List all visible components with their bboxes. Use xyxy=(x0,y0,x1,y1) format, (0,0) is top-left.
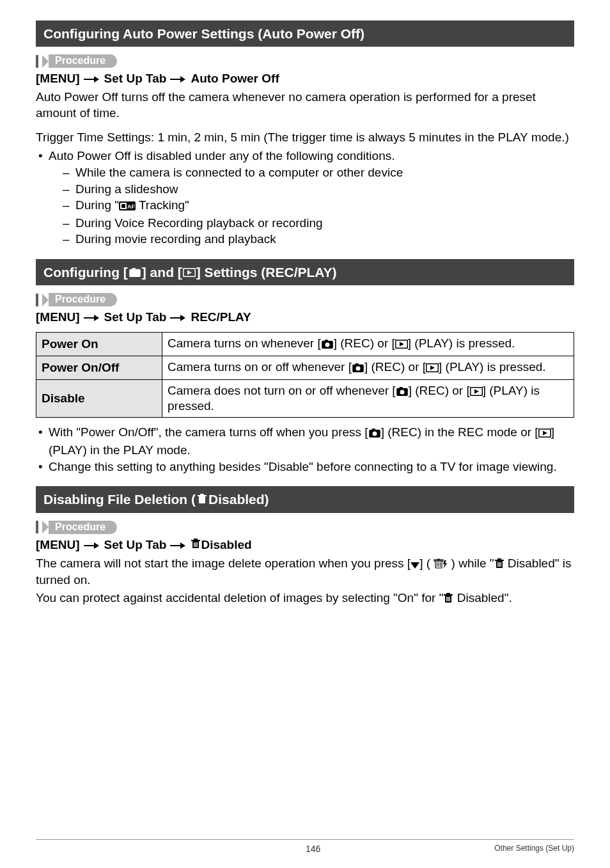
procedure-arrow-icon xyxy=(42,521,49,533)
section-header-auto-power-off: Configuring Auto Power Settings (Auto Po… xyxy=(36,20,574,47)
list-item: During movie recording and playback xyxy=(63,231,574,248)
procedure-bar-icon xyxy=(36,521,38,533)
menu-path-segment: [MENU] xyxy=(36,538,80,552)
body-text-span: ) while " xyxy=(448,556,494,570)
body-paragraph: Trigger Time Settings: 1 min, 2 min, 5 m… xyxy=(36,130,574,145)
play-icon xyxy=(538,425,551,442)
table-value-text: Camera turns on or off whenever [ xyxy=(168,360,352,374)
body-paragraph: You can protect against accidental delet… xyxy=(36,590,574,607)
play-icon xyxy=(470,385,483,399)
arrow-icon xyxy=(170,314,187,322)
page-number: 146 xyxy=(132,844,494,854)
table-value-text: Camera turns on whenever [ xyxy=(168,336,321,350)
dash-list: While the camera is connected to a compu… xyxy=(63,164,574,248)
table-value-text: ] (PLAY) is pressed. xyxy=(408,336,515,350)
arrow-icon xyxy=(170,542,187,549)
menu-path-rec-play: [MENU] Set Up Tab REC/PLAY xyxy=(36,310,574,324)
list-item: During Voice Recording playback or recor… xyxy=(63,215,574,232)
bullet-list: Auto Power Off is disabled under any of … xyxy=(36,148,574,248)
list-item-text: ] (REC) in the REC mode or [ xyxy=(381,425,538,439)
down-icon xyxy=(411,557,419,572)
section-title-text: ] and [ xyxy=(142,264,182,281)
rec-icon xyxy=(129,264,141,281)
procedure-indicator: Procedure xyxy=(36,54,574,68)
menu-path-segment: Disabled xyxy=(201,538,251,552)
section-header-file-deletion: Disabling File Deletion ( Disabled) xyxy=(36,486,574,512)
section-header-rec-play: Configuring [ ] and [ ] Settings (REC/PL… xyxy=(36,259,574,285)
table-value: Camera does not turn on or off whenever … xyxy=(162,380,574,418)
section-title-text: Disabling File Deletion ( xyxy=(43,491,196,508)
rec-icon xyxy=(321,338,334,352)
menu-path-segment: Set Up Tab xyxy=(104,538,167,552)
menu-path-segment: REC/PLAY xyxy=(191,310,251,324)
list-item-text: During " xyxy=(75,198,119,212)
list-item: While the camera is connected to a compu… xyxy=(63,164,574,181)
footer-section-name: Other Settings (Set Up) xyxy=(494,844,574,853)
arrow-icon xyxy=(84,314,100,322)
table-row: Power On/Off Camera turns on or off when… xyxy=(36,356,574,380)
list-item: Change this setting to anything besides … xyxy=(36,459,574,475)
body-paragraph: Auto Power Off turns off the camera when… xyxy=(36,90,574,121)
play-icon xyxy=(426,361,439,375)
table-key: Disable xyxy=(36,380,162,418)
procedure-label: Procedure xyxy=(49,521,117,534)
menu-path-segment: Set Up Tab xyxy=(104,310,167,324)
table-value-text: Camera does not turn on or off whenever … xyxy=(168,384,396,397)
table-key: Power On xyxy=(36,333,162,356)
body-text-span: ] ( xyxy=(419,556,434,570)
table-row: Power On Camera turns on whenever [] (RE… xyxy=(36,333,574,356)
play-icon xyxy=(183,264,196,281)
settings-table: Power On Camera turns on whenever [] (RE… xyxy=(36,332,574,418)
af-tracking-icon xyxy=(119,198,136,215)
rec-icon xyxy=(396,385,409,399)
list-item: During " Tracking" xyxy=(63,197,574,215)
list-item: With "Power On/Off", the camera turns of… xyxy=(36,424,574,458)
section-title-text: Configuring [ xyxy=(43,264,128,281)
arrow-icon xyxy=(84,75,100,83)
procedure-bar-icon xyxy=(36,294,38,306)
table-row: Disable Camera does not turn on or off w… xyxy=(36,380,574,418)
play-icon xyxy=(395,338,408,352)
table-value-text: ] (PLAY) is pressed. xyxy=(439,360,546,374)
table-value-text: ] (REC) or [ xyxy=(409,384,470,397)
list-item-text: Auto Power Off is disabled under any of … xyxy=(49,149,395,162)
section-title: Configuring Auto Power Settings (Auto Po… xyxy=(43,25,364,42)
list-item: Auto Power Off is disabled under any of … xyxy=(36,148,574,248)
menu-path-auto-power-off: [MENU] Set Up Tab Auto Power Off xyxy=(36,72,574,86)
procedure-arrow-icon xyxy=(42,294,49,306)
procedure-indicator: Procedure xyxy=(36,521,574,534)
body-paragraph: The camera will not start the image dele… xyxy=(36,556,574,588)
arrow-icon xyxy=(84,542,100,549)
table-value: Camera turns on or off whenever [] (REC)… xyxy=(162,356,574,380)
body-text-span: You can protect against accidental delet… xyxy=(36,591,443,604)
trash-icon xyxy=(197,491,207,508)
list-item: During a slideshow xyxy=(63,181,574,198)
bullet-list: With "Power On/Off", the camera turns of… xyxy=(36,424,574,475)
menu-path-segment: Auto Power Off xyxy=(191,72,279,86)
arrow-icon xyxy=(170,75,187,83)
table-value-text: ] (REC) or [ xyxy=(334,336,395,350)
procedure-indicator: Procedure xyxy=(36,293,574,306)
section-title-text: Disabled) xyxy=(208,491,269,508)
table-key: Power On/Off xyxy=(36,356,162,380)
procedure-arrow-icon xyxy=(42,55,49,68)
body-text-span: The camera will not start the image dele… xyxy=(36,556,411,570)
menu-path-segment: [MENU] xyxy=(36,72,80,86)
procedure-label: Procedure xyxy=(49,293,117,306)
procedure-label: Procedure xyxy=(49,54,117,68)
section-title-text: ] Settings (REC/PLAY) xyxy=(196,264,337,281)
table-value-text: ] (REC) or [ xyxy=(364,360,426,374)
table-value: Camera turns on whenever [] (REC) or [] … xyxy=(162,333,574,356)
page-footer: 146 Other Settings (Set Up) xyxy=(36,839,574,868)
trash-bolt-icon xyxy=(434,557,448,572)
rec-icon xyxy=(368,425,381,442)
rec-icon xyxy=(352,361,364,375)
trash-icon xyxy=(443,592,453,607)
menu-path-segment: [MENU] xyxy=(36,310,80,324)
menu-path-delete-disabled: [MENU] Set Up Tab Disabled xyxy=(36,538,574,552)
list-item-text: With "Power On/Off", the camera turns of… xyxy=(49,425,368,439)
menu-path-segment: Set Up Tab xyxy=(104,72,167,86)
trash-icon xyxy=(494,557,504,572)
body-text-span: Disabled". xyxy=(453,591,512,604)
trash-icon xyxy=(191,538,201,552)
